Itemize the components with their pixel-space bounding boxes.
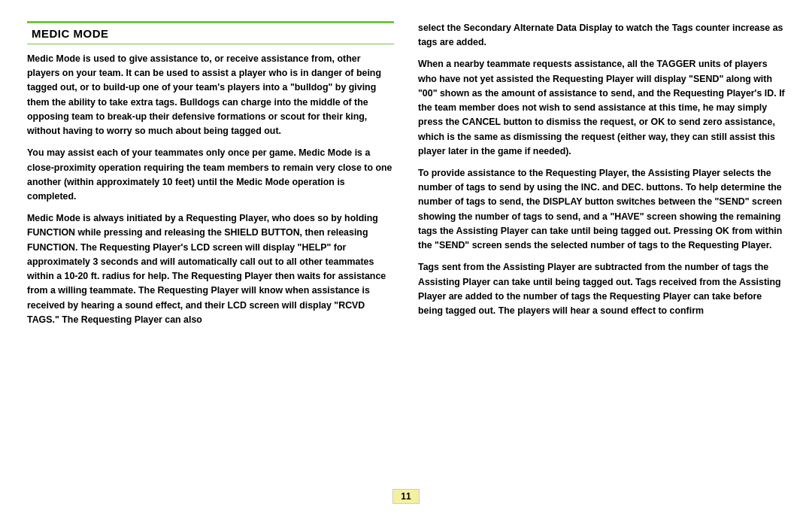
page-footer: 11	[27, 489, 785, 504]
page-container: MEDIC MODE Medic Mode is used to give as…	[0, 0, 812, 525]
content-area: MEDIC MODE Medic Mode is used to give as…	[27, 21, 785, 483]
right-paragraph-2: When a nearby teammate requests assistan…	[418, 57, 785, 159]
right-paragraph-4: Tags sent from the Assisting Player are …	[418, 260, 785, 318]
left-paragraph-3: Medic Mode is always initiated by a Requ…	[27, 211, 394, 327]
page-number: 11	[392, 489, 419, 504]
left-paragraph-2: You may assist each of your teammates on…	[27, 146, 394, 204]
right-paragraph-1: select the Secondary Alternate Data Disp…	[418, 21, 785, 50]
right-paragraph-3: To provide assistance to the Requesting …	[418, 166, 785, 253]
left-paragraph-1: Medic Mode is used to give assistance to…	[27, 52, 394, 138]
section-header: MEDIC MODE	[27, 21, 394, 44]
right-column: select the Secondary Alternate Data Disp…	[418, 21, 785, 483]
section-title: MEDIC MODE	[32, 27, 109, 40]
left-column: MEDIC MODE Medic Mode is used to give as…	[27, 21, 394, 483]
